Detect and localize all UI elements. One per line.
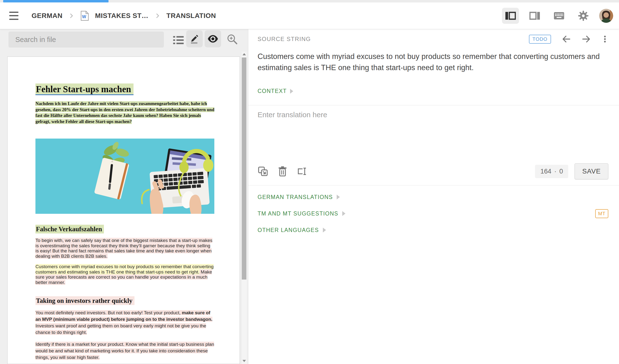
arrow-right-icon [582, 34, 591, 44]
edit-mode-button[interactable] [186, 30, 203, 47]
doc-string[interactable]: Falsche Verkaufszahlen [35, 225, 104, 233]
doc-p: Customers come with myriad excuses to no… [35, 264, 214, 285]
section-other-languages[interactable]: OTHER LANGUAGES [248, 222, 619, 238]
doc-p: You most definitely need investors. But … [35, 309, 214, 336]
layout-right-icon [529, 12, 540, 20]
arrow-left-icon [562, 34, 571, 44]
doc-string[interactable]: Fehler Start-ups machen [35, 84, 134, 95]
char-count: 164 [540, 168, 551, 175]
source-string-text: Customers come with myriad excuses to no… [258, 51, 614, 73]
chevron-right-icon [155, 13, 161, 19]
source-string-label: SOURCE STRING [258, 36, 311, 42]
context-toggle[interactable]: CONTEXT [258, 88, 293, 94]
char-counter: 164 · 0 [535, 165, 568, 178]
previous-string-button[interactable] [562, 34, 571, 44]
section-german-translations[interactable]: GERMAN TRANSLATIONS [248, 189, 619, 205]
file-progress-fill [3, 0, 109, 2]
doc-string[interactable]: Identify if there is a market for your p… [35, 342, 214, 360]
doc-h1: Fehler Start-ups machen [35, 84, 214, 94]
expand-triangle-icon [342, 211, 345, 216]
source-string-header: SOURCE STRING TODO [258, 33, 608, 45]
menu-icon[interactable] [9, 12, 19, 20]
avatar[interactable] [599, 9, 613, 23]
gear-icon [578, 10, 589, 21]
crowdin-editor-app: GERMAN W MISTAKES ST… TRANSLATION [0, 0, 619, 364]
context-label: CONTEXT [258, 88, 287, 94]
svg-text:W: W [82, 14, 86, 19]
strings-list-icon[interactable] [173, 35, 184, 45]
clear-translation-button[interactable] [278, 166, 287, 177]
select-text-button[interactable] [297, 166, 308, 177]
doc-p: Identify if there is a market for your p… [35, 341, 214, 361]
copy-source-icon [258, 166, 268, 177]
copy-source-button[interactable] [258, 166, 268, 177]
search-input[interactable] [9, 31, 164, 48]
keyboard-icon [554, 12, 564, 19]
document-preview-panel: Fehler Start-ups machenNachdem ich im La… [0, 29, 248, 364]
settings-button[interactable] [575, 8, 592, 24]
divider [248, 105, 619, 105]
breadcrumb: GERMAN W MISTAKES ST… TRANSLATION [31, 11, 216, 21]
suggestion-sections: GERMAN TRANSLATIONS TM AND MT SUGGESTION… [248, 189, 619, 238]
word-file-icon: W [80, 11, 89, 21]
mt-badge: MT [595, 209, 608, 218]
expand-triangle-icon [337, 195, 340, 199]
main-area: Fehler Start-ups machenNachdem ich im La… [0, 29, 619, 364]
translation-actions: 164 · 0 SAVE [258, 160, 608, 182]
scroll-down-icon[interactable] [242, 360, 246, 362]
translation-input[interactable] [258, 111, 602, 157]
doc-p: Nachdem ich im Laufe der Jahre mit viele… [35, 101, 214, 125]
breadcrumb-page[interactable]: TRANSLATION [167, 12, 216, 20]
trash-icon [278, 166, 287, 177]
layout-left-panel-button[interactable] [502, 8, 519, 24]
document-scrollbar[interactable] [241, 52, 247, 364]
doc-p: To begin with, we can safely say that on… [35, 238, 214, 259]
breadcrumb-file[interactable]: MISTAKES ST… [95, 12, 148, 20]
doc-string[interactable]: Taking on investors rather quickly [35, 296, 134, 305]
keyboard-shortcuts-button[interactable] [550, 8, 567, 24]
preview-mode-button[interactable] [205, 30, 221, 47]
doc-h2: Taking on investors rather quickly [35, 297, 214, 305]
doc-string[interactable]: Investors want proof and getting them on… [35, 323, 206, 335]
doc-string[interactable]: Customers come with myriad excuses to no… [35, 264, 214, 274]
section-tm-mt-suggestions[interactable]: TM AND MT SUGGESTIONS MT [248, 205, 619, 222]
save-button[interactable]: SAVE [575, 163, 608, 179]
doc-h2: Falsche Verkaufszahlen [35, 225, 214, 233]
zoom-in-icon[interactable] [226, 33, 238, 45]
more-vertical-icon [602, 34, 608, 44]
next-string-button[interactable] [582, 34, 591, 44]
scroll-up-icon[interactable] [242, 53, 246, 55]
scrollbar-thumb[interactable] [242, 57, 246, 280]
selected-count: 0 [559, 168, 563, 175]
doc-string[interactable]: You most definitely need investors. But … [35, 310, 182, 315]
more-options-button[interactable] [602, 34, 608, 44]
pencil-icon [190, 33, 199, 44]
translation-panel: SOURCE STRING TODO Customers come with m… [248, 29, 619, 364]
top-bar: GERMAN W MISTAKES ST… TRANSLATION [0, 2, 619, 29]
document-content: Fehler Start-ups machenNachdem ich im La… [8, 57, 240, 364]
section-label: OTHER LANGUAGES [258, 227, 319, 233]
status-badge: TODO [529, 35, 551, 44]
section-label: GERMAN TRANSLATIONS [258, 194, 333, 200]
count-separator: · [554, 168, 556, 175]
document-page: Fehler Start-ups machenNachdem ich im La… [7, 56, 240, 364]
expand-triangle-icon [323, 228, 326, 233]
file-progress-bar [0, 0, 619, 2]
document-photo [35, 139, 214, 214]
chevron-right-icon [68, 13, 74, 19]
doc-string[interactable]: To begin with, we can safely say that on… [35, 238, 212, 259]
breadcrumb-project[interactable]: GERMAN [31, 12, 62, 20]
eye-icon [208, 35, 218, 43]
expand-triangle-icon [290, 89, 293, 94]
section-label: TM AND MT SUGGESTIONS [258, 210, 338, 217]
layout-left-icon [505, 12, 516, 20]
layout-right-panel-button[interactable] [526, 8, 543, 24]
divider [248, 185, 619, 185]
text-cursor-icon [297, 166, 308, 177]
doc-string[interactable]: Nachdem ich im Laufe der Jahre mit viele… [35, 101, 214, 124]
